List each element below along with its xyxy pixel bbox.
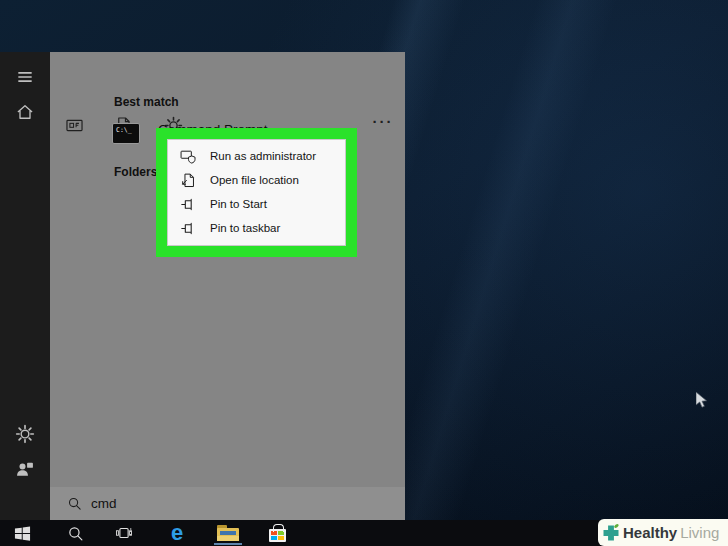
search-icon bbox=[67, 496, 82, 511]
watermark-light-text: Living bbox=[680, 524, 719, 541]
start-search-sidebar bbox=[0, 52, 50, 520]
account-button[interactable] bbox=[11, 455, 39, 483]
taskbar-search-button[interactable] bbox=[57, 520, 93, 546]
pin-icon bbox=[180, 220, 197, 237]
user-account-icon bbox=[15, 459, 35, 479]
health-cross-icon bbox=[601, 523, 621, 543]
task-view-button[interactable] bbox=[106, 520, 142, 546]
context-menu: Run as administrator Open file location … bbox=[167, 139, 346, 246]
search-bar[interactable] bbox=[50, 487, 405, 520]
menu-item-open-file-location[interactable]: Open file location bbox=[168, 168, 345, 192]
healthy-living-watermark: Healthy Living bbox=[598, 519, 728, 546]
hamburger-icon bbox=[15, 67, 35, 87]
task-view-icon bbox=[115, 524, 133, 542]
home-button[interactable] bbox=[11, 98, 39, 126]
start-button[interactable] bbox=[4, 520, 40, 546]
watermark-bold-text: Healthy bbox=[623, 524, 677, 541]
hamburger-menu-button[interactable] bbox=[11, 63, 39, 91]
search-results-panel: ··· Best match C:\_ Command Prompt App F… bbox=[50, 52, 405, 520]
menu-item-label: Run as administrator bbox=[210, 150, 316, 162]
menu-item-pin-to-start[interactable]: Pin to Start bbox=[168, 192, 345, 216]
file-explorer-active-indicator bbox=[214, 543, 242, 545]
pin-icon bbox=[180, 196, 197, 213]
more-filters-button[interactable]: ··· bbox=[368, 110, 398, 134]
gear-icon bbox=[15, 424, 35, 444]
desktop-wallpaper[interactable]: ··· Best match C:\_ Command Prompt App F… bbox=[0, 0, 728, 546]
open-file-location-icon bbox=[180, 172, 197, 189]
store-icon bbox=[269, 529, 286, 542]
menu-item-run-as-administrator[interactable]: Run as administrator bbox=[168, 144, 345, 168]
menu-item-label: Pin to Start bbox=[210, 198, 267, 210]
command-prompt-icon: C:\_ bbox=[112, 123, 140, 144]
search-input[interactable] bbox=[91, 496, 351, 511]
run-as-admin-icon bbox=[180, 148, 197, 165]
mouse-cursor-icon bbox=[696, 392, 708, 409]
menu-item-label: Pin to taskbar bbox=[210, 222, 280, 234]
green-highlight-box: Run as administrator Open file location … bbox=[156, 128, 357, 257]
edge-icon: e bbox=[171, 522, 183, 544]
settings-button[interactable] bbox=[11, 420, 39, 448]
best-match-header: Best match bbox=[114, 95, 179, 109]
menu-item-pin-to-taskbar[interactable]: Pin to taskbar bbox=[168, 216, 345, 240]
file-explorer-icon bbox=[217, 525, 239, 541]
search-icon bbox=[67, 525, 84, 542]
edge-button[interactable]: e bbox=[159, 520, 195, 546]
home-icon bbox=[15, 102, 35, 122]
windows-logo-icon bbox=[14, 525, 31, 542]
menu-item-label: Open file location bbox=[210, 174, 299, 186]
store-button[interactable] bbox=[259, 520, 295, 546]
